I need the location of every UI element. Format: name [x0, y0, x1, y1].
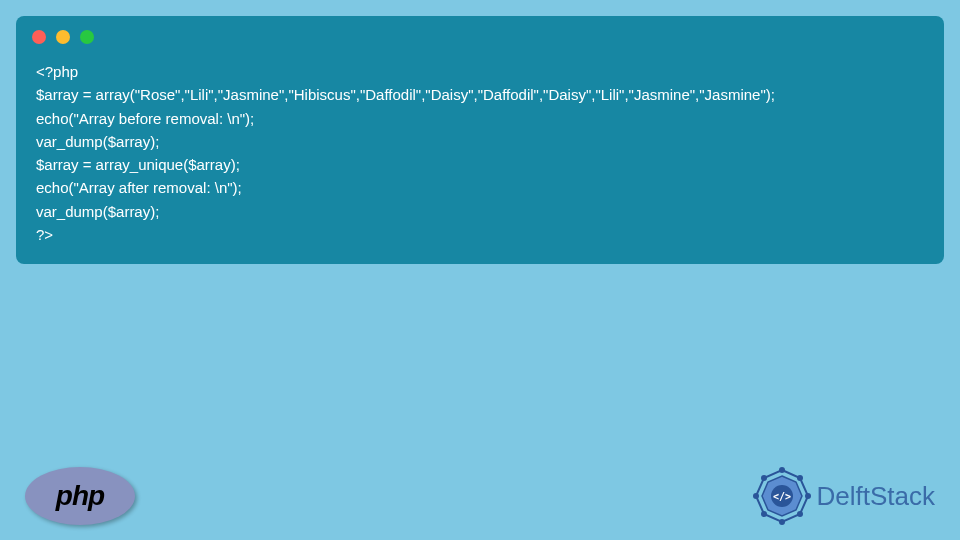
code-line: $array = array("Rose","Lili","Jasmine","…	[36, 86, 775, 103]
code-line: echo("Array after removal: \n");	[36, 179, 242, 196]
code-line: var_dump($array);	[36, 133, 159, 150]
window-close-dot	[32, 30, 46, 44]
code-line: echo("Array before removal: \n");	[36, 110, 254, 127]
svg-text:</>: </>	[772, 491, 790, 502]
svg-point-4	[779, 467, 785, 473]
svg-point-10	[761, 511, 767, 517]
svg-point-11	[761, 475, 767, 481]
svg-point-8	[797, 475, 803, 481]
svg-point-9	[797, 511, 803, 517]
window-maximize-dot	[80, 30, 94, 44]
code-line: var_dump($array);	[36, 203, 159, 220]
svg-point-6	[779, 519, 785, 525]
delftstack-icon: </>	[753, 467, 811, 525]
code-line: ?>	[36, 226, 53, 243]
code-line: <?php	[36, 63, 78, 80]
code-content: <?php $array = array("Rose","Lili","Jasm…	[16, 52, 944, 264]
php-logo: php	[25, 467, 135, 525]
window-header	[16, 16, 944, 52]
delftstack-logo: </> DelftStack	[753, 467, 936, 525]
code-block: <?php $array = array("Rose","Lili","Jasm…	[16, 16, 944, 264]
delftstack-text: DelftStack	[817, 481, 936, 512]
svg-point-5	[805, 493, 811, 499]
code-line: $array = array_unique($array);	[36, 156, 240, 173]
svg-point-7	[753, 493, 759, 499]
php-logo-text: php	[56, 480, 104, 512]
window-minimize-dot	[56, 30, 70, 44]
